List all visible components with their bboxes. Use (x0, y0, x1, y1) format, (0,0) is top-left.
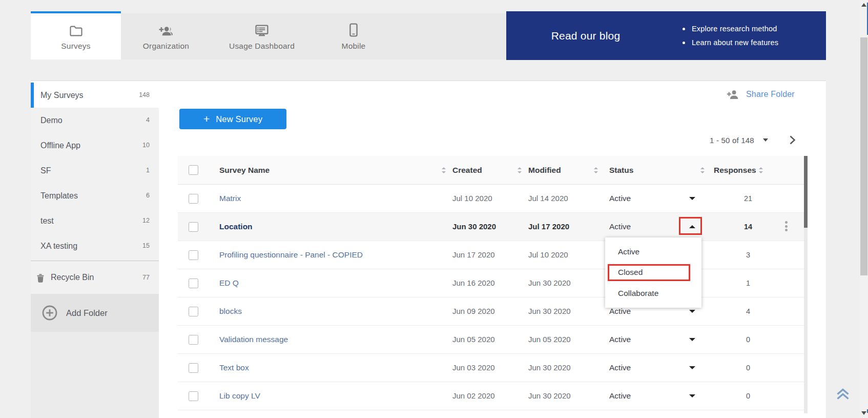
modified-date: Jun 30 2020 (528, 354, 571, 382)
sidebar-item-test[interactable]: test 12 (31, 208, 159, 233)
status-dropdown-toggle[interactable] (689, 311, 695, 313)
pagination-range-selector[interactable]: 1 - 50 of 148 (710, 134, 768, 146)
survey-name-link[interactable]: Text box (219, 354, 249, 382)
responses-count[interactable]: 0 (728, 326, 769, 353)
plus-circle-icon (42, 305, 57, 323)
share-folder-button[interactable]: Share Folder (727, 87, 795, 102)
responses-count[interactable]: 4 (728, 297, 769, 325)
table-row-profiling-questionnaire: Profiling questionnaire - Panel - COPIED… (178, 241, 804, 269)
banner-bullet: Explore research method (680, 22, 778, 36)
survey-name-link[interactable]: Profiling questionnaire - Panel - COPIED (219, 241, 363, 269)
survey-name-link[interactable]: Matrix (219, 185, 241, 212)
created-date: Jun 03 2020 (452, 354, 495, 382)
recycle-bin-count: 77 (142, 261, 150, 294)
dropdown-option-active[interactable]: Active (605, 242, 701, 262)
scrollbar-up-arrow-icon[interactable] (861, 3, 866, 7)
row-checkbox[interactable] (189, 307, 198, 316)
responses-count[interactable]: 21 (728, 185, 769, 212)
created-date: Jun 02 2020 (452, 382, 495, 410)
pagination-label: 1 - 50 of 148 (710, 136, 754, 145)
responses-count[interactable]: 0 (728, 354, 769, 382)
row-checkbox[interactable] (189, 335, 198, 345)
add-folder-button[interactable]: Add Folder (31, 294, 159, 332)
table-row-lib-copy-lv: Lib copy LV Jun 02 2020 Jun 30 2020 Acti… (178, 382, 804, 410)
modified-date: Jul 17 2020 (528, 213, 569, 241)
row-checkbox[interactable] (189, 194, 198, 204)
sort-icon[interactable] (517, 167, 522, 174)
tab-label: Organization (143, 42, 189, 51)
table-scrollbar-thumb[interactable] (804, 156, 808, 228)
row-checkbox[interactable] (189, 250, 198, 260)
sort-icon[interactable] (593, 167, 598, 174)
new-survey-button[interactable]: + New Survey (179, 109, 286, 129)
folder-label: My Surveys (40, 83, 84, 108)
caret-down-icon (689, 197, 695, 200)
modified-date: Jun 05 2020 (528, 326, 571, 353)
column-header-survey-name[interactable]: Survey Name (219, 156, 270, 185)
responses-count[interactable]: 1 (728, 269, 769, 297)
modified-date: Jun 30 2020 (528, 382, 571, 410)
survey-name-link[interactable]: Validation message (219, 326, 288, 353)
sort-icon[interactable] (700, 167, 705, 174)
plus-icon: + (203, 113, 210, 124)
caret-down-icon (689, 366, 695, 369)
scrollbar-down-arrow-icon[interactable] (861, 411, 866, 415)
row-actions-menu[interactable] (783, 221, 789, 232)
responses-count[interactable]: 3 (728, 241, 769, 269)
tab-usage-dashboard[interactable]: Usage Dashboard (211, 13, 313, 59)
row-checkbox[interactable] (189, 363, 198, 373)
table-row-blocks: blocks Jun 09 2020 Jun 30 2020 Active 4 (178, 297, 804, 326)
responses-count[interactable]: 14 (728, 213, 769, 241)
status-dropdown-toggle[interactable] (689, 368, 695, 369)
banner-title: Read our blog (506, 11, 665, 60)
caret-down-icon (689, 310, 695, 313)
banner-bullet-list: Explore research method Learn about new … (680, 22, 778, 50)
next-page-button[interactable] (787, 135, 797, 145)
responses-count[interactable]: 0 (728, 382, 769, 410)
sidebar-item-sf[interactable]: SF 1 (31, 158, 159, 183)
sort-icon[interactable] (758, 167, 763, 174)
table-row-text-box: Text box Jun 03 2020 Jun 30 2020 Active … (178, 354, 804, 382)
back-to-top-button[interactable] (836, 387, 850, 402)
table-row-location: Location Jun 30 2020 Jul 17 2020 Active … (178, 213, 804, 241)
survey-name-link[interactable]: Location (219, 213, 253, 241)
column-header-modified[interactable]: Modified (528, 156, 561, 185)
sidebar-item-recycle-bin[interactable]: Recycle Bin 77 (31, 261, 159, 294)
column-header-responses[interactable]: Responses (714, 156, 756, 185)
row-checkbox[interactable] (189, 278, 198, 288)
person-add-icon (727, 89, 739, 99)
dropdown-option-collaborate[interactable]: Collaborate (605, 283, 701, 304)
page-scrollbar-thumb[interactable] (860, 37, 867, 275)
status-value: Active (609, 382, 631, 410)
status-dropdown-toggle[interactable] (689, 396, 695, 397)
sidebar-item-templates[interactable]: Templates 6 (31, 183, 159, 208)
created-date: Jul 10 2020 (452, 185, 492, 212)
sort-icon[interactable] (441, 167, 446, 174)
folder-icon (69, 23, 83, 37)
folder-count: 4 (146, 108, 150, 133)
sidebar-item-demo[interactable]: Demo 4 (31, 108, 159, 133)
folder-count: 148 (139, 83, 150, 108)
sidebar-item-offline-app[interactable]: Offline App 10 (31, 133, 159, 158)
survey-name-link[interactable]: ED Q (219, 269, 239, 297)
status-dropdown-toggle[interactable] (689, 198, 695, 200)
folder-count: 15 (142, 233, 150, 258)
survey-name-link[interactable]: Lib copy LV (219, 382, 260, 410)
column-header-created[interactable]: Created (452, 156, 482, 185)
sidebar-item-xa-testing[interactable]: XA testing 15 (31, 233, 159, 258)
row-checkbox[interactable] (189, 222, 198, 232)
folder-label: Offline App (40, 133, 80, 158)
tab-mobile[interactable]: Mobile (313, 13, 395, 59)
sidebar-item-my-surveys[interactable]: My Surveys 148 (31, 83, 159, 108)
row-checkbox[interactable] (189, 391, 198, 401)
column-header-status[interactable]: Status (609, 156, 633, 185)
tab-organization[interactable]: Organization (121, 13, 211, 59)
survey-name-link[interactable]: blocks (219, 297, 242, 325)
recycle-bin-label: Recycle Bin (51, 261, 94, 294)
select-all-checkbox[interactable] (189, 165, 198, 175)
annotation-box-closed-option (608, 264, 690, 281)
blog-banner[interactable]: Read our blog Explore research method Le… (506, 11, 826, 60)
folder-count: 10 (142, 133, 150, 158)
status-dropdown-toggle[interactable] (689, 340, 695, 341)
tab-surveys[interactable]: Surveys (31, 13, 121, 59)
